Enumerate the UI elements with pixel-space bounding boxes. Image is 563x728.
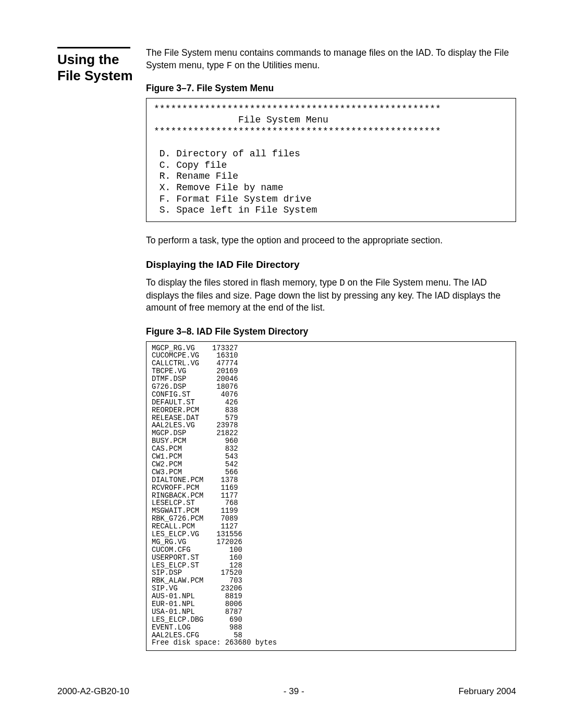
fig8-line: DTMF.DSP 20046 — [152, 375, 238, 383]
footer-doc-id: 2000-A2-GB20-10 — [57, 686, 129, 697]
fig8-line: RINGBACK.PCM 1177 — [152, 492, 238, 500]
fig7-line: S. Space left in File System — [154, 205, 317, 215]
fig7-line: F. Format File System drive — [154, 194, 311, 204]
fig8-line: CW2.PCM 542 — [152, 461, 238, 468]
fig8-line: AAL2LES.CFG 58 — [152, 632, 242, 639]
footer-date: February 2004 — [458, 686, 516, 697]
fig8-line: USA-01.NPL 8787 — [152, 608, 242, 616]
fig8-line: RCVROFF.PCM 1169 — [152, 484, 238, 492]
figure-8-box: MGCP_RG.VG 173327 CUCOMCPE.VG 16310 CALL… — [146, 341, 516, 651]
fig8-line: LES_ELCP.DBG 690 — [152, 616, 242, 624]
fig8-line: G726.DSP 18076 — [152, 383, 238, 391]
fig7-line: R. Rename File — [154, 171, 238, 181]
after-figure-7-paragraph: To perform a task, type the option and p… — [146, 235, 516, 247]
fig8-line: LES_ELCP.ST 128 — [152, 562, 242, 570]
document-page: Using the File System The File System me… — [0, 0, 563, 728]
fig8-line: AAL2LES.VG 23978 — [152, 422, 238, 429]
paragraph-display-directory: To display the files stored in flash mem… — [146, 277, 516, 314]
subheading-display-directory: Displaying the IAD File Directory — [146, 258, 516, 272]
fig8-line: LES_ELCP.VG 131556 — [152, 530, 242, 538]
section-title: Using the File System — [57, 52, 146, 84]
fig7-line: D. Directory of all files — [154, 149, 300, 159]
fig8-line: USERPORT.ST 160 — [152, 554, 242, 562]
fig7-line: X. Remove File by name — [154, 182, 283, 193]
fig8-line: CAS.PCM 832 — [152, 445, 238, 453]
fig8-line: CALLCTRL.VG 47774 — [152, 360, 238, 367]
fig7-line: ****************************************… — [154, 126, 441, 137]
fig8-line: DIALTONE.PCM 1378 — [152, 476, 238, 484]
fig8-line: CONFIG.ST 4076 — [152, 391, 238, 399]
sidebar: Using the File System — [57, 47, 146, 84]
figure-7-box: ****************************************… — [146, 98, 516, 222]
intro-text-2: on the Utilities menu. — [232, 60, 320, 70]
fig8-line: RBK_ALAW.PCM 703 — [152, 577, 242, 585]
fig8-line: MGCP.DSP 21822 — [152, 429, 238, 437]
fig8-line: CW1.PCM 543 — [152, 453, 238, 461]
fig8-line: SIP.VG 23206 — [152, 585, 242, 593]
fig7-line: File System Menu — [154, 115, 328, 125]
fig8-line: REORDER.PCM 838 — [152, 406, 238, 414]
page-footer: 2000-A2-GB20-10 - 39 - February 2004 — [57, 686, 516, 697]
para2-code: D — [339, 278, 345, 288]
fig8-line: MGCP_RG.VG 173327 — [152, 344, 238, 352]
intro-text-1: The File System menu contains commands t… — [146, 47, 509, 70]
footer-page-number: - 39 - — [284, 686, 304, 697]
fig8-line: AUS-01.NPL 8819 — [152, 593, 242, 600]
figure-7-caption: Figure 3–7. File System Menu — [146, 82, 516, 95]
fig8-line: CUCOM.CFG 100 — [152, 546, 242, 554]
fig8-line: LESELCP.ST 768 — [152, 499, 238, 507]
fig8-line: BUSY.PCM 960 — [152, 437, 238, 445]
intro-code: F — [227, 60, 232, 71]
fig8-line: MSGWAIT.PCM 1199 — [152, 507, 238, 515]
main-content: The File System menu contains commands t… — [146, 47, 516, 651]
fig7-line: C. Copy file — [154, 160, 227, 170]
fig8-line: CUCOMCPE.VG 16310 — [152, 352, 238, 360]
two-column-layout: Using the File System The File System me… — [57, 47, 516, 651]
section-rule — [57, 47, 130, 48]
fig8-line: RBK_G726.PCM 7089 — [152, 515, 238, 523]
para2-text-1: To display the files stored in flash mem… — [146, 277, 339, 288]
figure-8-caption: Figure 3–8. IAD File System Directory — [146, 326, 516, 338]
fig7-line: ****************************************… — [154, 104, 441, 114]
fig8-line: RECALL.PCM 1127 — [152, 523, 238, 530]
fig8-line: TBCPE.VG 20169 — [152, 367, 238, 375]
fig8-line: EUR-01.NPL 8006 — [152, 600, 242, 608]
fig8-line: MG_RG.VG 172026 — [152, 538, 242, 546]
fig8-line: CW3.PCM 566 — [152, 468, 238, 476]
fig8-line: RELEASE.DAT 579 — [152, 414, 238, 422]
fig8-line: EVENT.LOG 988 — [152, 624, 242, 632]
fig8-line: DEFAULT.ST 426 — [152, 399, 238, 406]
intro-paragraph: The File System menu contains commands t… — [146, 47, 516, 72]
fig8-line: SIP.DSP 17520 — [152, 569, 242, 577]
fig8-line: Free disk space: 263680 bytes — [152, 639, 277, 647]
